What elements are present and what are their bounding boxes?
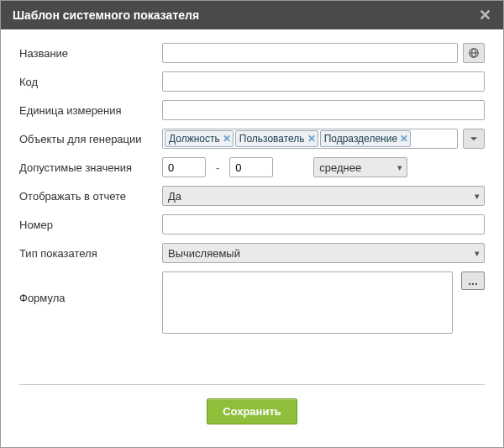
label-indicator-type: Тип показателя — [19, 247, 162, 260]
allowed-min-input[interactable] — [162, 157, 206, 177]
tag-item: Подразделение ✕ — [320, 130, 411, 147]
label-name: Название — [19, 47, 162, 60]
row-code: Код — [19, 71, 485, 92]
tag-label: Пользователь — [239, 133, 305, 145]
globe-button[interactable] — [463, 43, 485, 63]
dialog-footer: Сохранить — [19, 398, 485, 441]
save-button[interactable]: Сохранить — [207, 398, 297, 424]
row-show-in-report: Отображать в отчете Да — [19, 186, 485, 206]
row-objects: Объекты для генерации Должность ✕ Пользо… — [19, 129, 485, 149]
row-formula: Формула ... — [19, 271, 485, 334]
dialog-titlebar: Шаблон системного показателя ✕ — [1, 1, 503, 29]
allowed-max-input[interactable] — [229, 157, 273, 177]
label-show-in-report: Отображать в отчете — [19, 190, 162, 203]
formula-builder-button[interactable]: ... — [461, 271, 485, 290]
range-separator: - — [211, 161, 224, 174]
indicator-type-select[interactable]: Вычисляемый — [162, 243, 485, 263]
objects-dropdown-button[interactable] — [463, 129, 485, 149]
row-unit: Единица измерения — [19, 100, 485, 120]
tag-item: Должность ✕ — [165, 130, 234, 147]
divider — [19, 384, 485, 385]
label-number: Номер — [19, 219, 162, 231]
label-allowed: Допустимые значения — [19, 161, 162, 174]
formula-textarea[interactable] — [162, 271, 453, 334]
close-icon[interactable]: ✕ — [475, 8, 495, 23]
tag-remove-icon[interactable]: ✕ — [223, 133, 231, 145]
number-input[interactable] — [162, 214, 485, 235]
dialog-title: Шаблон системного показателя — [13, 8, 199, 22]
label-unit: Единица измерения — [19, 104, 162, 117]
show-in-report-select[interactable]: Да — [162, 186, 485, 206]
tag-remove-icon[interactable]: ✕ — [400, 133, 408, 145]
code-input[interactable] — [162, 71, 485, 92]
dialog-content: Название Код Единица измерения — [1, 29, 503, 447]
unit-input[interactable] — [162, 100, 485, 120]
label-formula: Формула — [19, 271, 162, 304]
row-name: Название — [19, 43, 485, 63]
tag-remove-icon[interactable]: ✕ — [307, 133, 316, 145]
tag-label: Должность — [169, 133, 220, 145]
tag-label: Подразделение — [324, 133, 397, 145]
objects-tagbox[interactable]: Должность ✕ Пользователь ✕ Подразделение… — [162, 129, 458, 149]
label-objects: Объекты для генерации — [19, 133, 162, 145]
globe-icon — [468, 47, 480, 59]
aggregation-select[interactable]: среднее — [313, 157, 407, 177]
dialog: Шаблон системного показателя ✕ Название … — [0, 0, 504, 448]
row-indicator-type: Тип показателя Вычисляемый — [19, 243, 485, 263]
name-input[interactable] — [162, 43, 458, 63]
tag-item: Пользователь ✕ — [235, 130, 318, 147]
label-code: Код — [19, 76, 162, 88]
row-allowed: Допустимые значения - среднее — [19, 157, 485, 177]
row-number: Номер — [19, 214, 485, 235]
chevron-down-icon — [468, 133, 480, 145]
